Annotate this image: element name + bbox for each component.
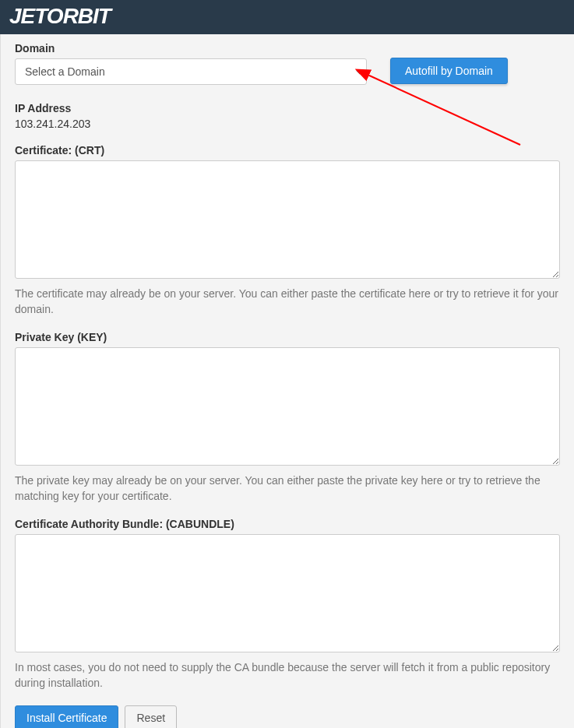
cabundle-help-text: In most cases, you do not need to supply…	[15, 660, 560, 691]
main-content: Domain Select a Domain Autofill by Domai…	[0, 34, 574, 728]
install-certificate-button[interactable]: Install Certificate	[15, 705, 118, 728]
certificate-help-text: The certificate may already be on your s…	[15, 287, 560, 317]
reset-button[interactable]: Reset	[125, 705, 177, 728]
private-key-label: Private Key (KEY)	[15, 331, 560, 343]
header-bar: JETORBIT	[0, 0, 574, 34]
ip-address-value: 103.241.24.203	[15, 118, 560, 130]
domain-label: Domain	[15, 42, 560, 55]
logo-icon: JETORBIT	[9, 5, 157, 30]
private-key-textarea[interactable]	[15, 347, 560, 466]
cabundle-textarea[interactable]	[15, 534, 560, 652]
private-key-help-text: The private key may already be on your s…	[15, 473, 560, 504]
ip-address-label: IP Address	[15, 102, 560, 114]
domain-select[interactable]: Select a Domain	[15, 58, 367, 85]
certificate-label: Certificate: (CRT)	[15, 144, 560, 157]
cabundle-label: Certificate Authority Bundle: (CABUNDLE)	[15, 518, 560, 530]
autofill-by-domain-button[interactable]: Autofill by Domain	[390, 58, 508, 84]
svg-text:JETORBIT: JETORBIT	[9, 5, 114, 28]
certificate-textarea[interactable]	[15, 160, 560, 279]
logo: JETORBIT	[9, 5, 157, 30]
